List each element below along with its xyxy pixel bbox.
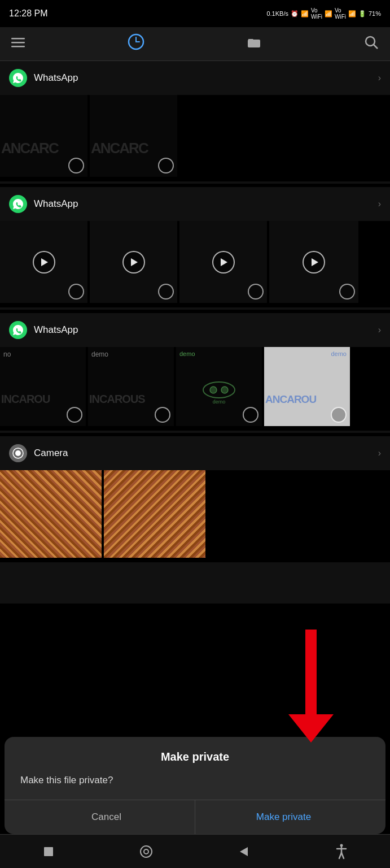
folder-icon[interactable] (247, 35, 261, 53)
thumb-check-2-2[interactable] (158, 284, 174, 300)
dialog-title: Make private (18, 750, 372, 763)
section-header-1[interactable]: WhatsApp › (0, 61, 390, 95)
thumb-check-3-3[interactable] (243, 407, 258, 423)
dialog-buttons: Cancel Make private (18, 800, 372, 834)
make-private-dialog: Make private Make this file private? Can… (5, 737, 385, 834)
whatsapp-icon-2 (9, 195, 27, 213)
section-header-left-1: WhatsApp (9, 69, 78, 87)
status-bar: 12:28 PM 0.1KB/s ⏰ 📶 VoWiFi 📶 VoWiFi 📶 🔋… (0, 0, 390, 27)
thumb-label-1-1: ANCARC (1, 140, 58, 157)
section-title-1: WhatsApp (34, 72, 78, 84)
svg-rect-16 (44, 847, 53, 856)
section-header-4[interactable]: Camera › (0, 436, 390, 470)
thumbnail-1-1[interactable]: ANCARC (0, 95, 87, 177)
svg-point-11 (221, 387, 228, 393)
media-grid-4 (0, 470, 390, 562)
svg-line-24 (341, 853, 344, 858)
thumbnail-2-2[interactable] (90, 221, 177, 303)
dialog-message: Make this file private? (18, 775, 372, 786)
thumbnail-4-1[interactable] (0, 470, 102, 558)
menu-icon[interactable] (11, 36, 25, 53)
thumbnail-4-2[interactable] (104, 470, 205, 558)
svg-point-18 (144, 849, 148, 854)
whatsapp-section-1: WhatsApp › ANCARC ANCARC (0, 61, 390, 181)
media-content: WhatsApp › ANCARC ANCARC (0, 61, 390, 604)
section-header-2[interactable]: WhatsApp › (0, 187, 390, 221)
thumb-check-3-1[interactable] (67, 407, 82, 423)
thumb-check-2-3[interactable] (248, 284, 264, 300)
alarm-icon: ⏰ (291, 10, 299, 18)
dialog-overlay: Make private Make this file private? Can… (0, 737, 390, 834)
svg-marker-14 (305, 630, 317, 714)
signal-icon: 📶 (301, 10, 309, 18)
chevron-icon-4: › (378, 448, 381, 458)
camera-section: Camera › (0, 436, 390, 562)
play-btn-2-1[interactable] (33, 251, 55, 274)
demo-label-3-2: demo (91, 350, 108, 358)
thumbnail-1-2[interactable]: ANCARC (90, 95, 177, 177)
battery-percent: 71% (369, 10, 381, 17)
thumbnail-2-3[interactable] (179, 221, 267, 303)
svg-point-13 (15, 450, 21, 456)
svg-point-9 (203, 382, 235, 398)
red-arrow-container (277, 624, 345, 750)
section-title-4: Camera (34, 448, 68, 459)
thumbnail-3-4[interactable]: demo ANCAROU (264, 347, 350, 426)
bottom-nav (0, 834, 390, 868)
status-time: 12:28 PM (9, 8, 47, 19)
chevron-icon-3: › (378, 325, 381, 335)
play-btn-2-3[interactable] (212, 251, 235, 274)
cancel-button[interactable]: Cancel (18, 800, 195, 834)
back-icon[interactable] (230, 837, 258, 866)
section-title-2: WhatsApp (34, 198, 78, 210)
signal-icon2: 📶 (325, 10, 332, 18)
media-grid-2 (0, 221, 390, 307)
play-btn-2-4[interactable] (303, 251, 325, 274)
section-header-left-4: Camera (9, 444, 68, 462)
thumbnail-3-2[interactable]: demo INCAROUS (88, 347, 174, 426)
thumbnail-2-4[interactable] (269, 221, 358, 303)
stop-icon[interactable] (34, 837, 63, 866)
svg-point-7 (366, 37, 375, 46)
whatsapp-section-2: WhatsApp › (0, 187, 390, 307)
demo-label-3-4: demo (331, 350, 347, 357)
brand-label-3-1: INCAROU (1, 393, 50, 406)
media-grid-1: ANCARC ANCARC (0, 95, 390, 181)
svg-rect-2 (11, 46, 25, 47)
play-btn-2-2[interactable] (122, 251, 145, 274)
thumbnail-2-1[interactable] (0, 221, 87, 303)
section-header-left-2: WhatsApp (9, 195, 78, 213)
vo-wifi-label: VoWiFi (311, 7, 322, 20)
svg-point-17 (141, 846, 152, 857)
site-label-3-3: demo (213, 399, 226, 405)
brand-label-3-4: ANCAROU (265, 393, 316, 406)
svg-point-10 (210, 387, 217, 393)
thumbnail-3-1[interactable]: no INCAROU (0, 347, 86, 426)
red-arrow (277, 624, 345, 748)
svg-rect-0 (11, 38, 25, 40)
accessibility-icon[interactable] (327, 837, 356, 866)
vo-wifi-label2: VoWiFi (335, 7, 346, 20)
section-header-3[interactable]: WhatsApp › (0, 313, 390, 347)
svg-rect-1 (11, 42, 25, 44)
thumb-check-3-2[interactable] (155, 407, 170, 423)
thumb-check-2-4[interactable] (339, 284, 355, 300)
thumbnail-3-3[interactable]: demo demo (176, 347, 262, 426)
clock-icon[interactable] (128, 33, 144, 54)
whatsapp-icon-1 (9, 69, 27, 87)
whatsapp-icon-3 (9, 321, 27, 339)
chevron-icon-1: › (378, 73, 381, 83)
whatsapp-section-3: WhatsApp › no INCAROU demo INCAROUS (0, 313, 390, 431)
svg-marker-19 (240, 847, 248, 856)
thumb-check-1-2[interactable] (158, 158, 174, 173)
section-title-3: WhatsApp (34, 324, 78, 336)
brand-label-3-2: INCAROUS (89, 393, 145, 406)
section-header-left-3: WhatsApp (9, 321, 78, 339)
search-icon[interactable] (364, 35, 379, 53)
home-icon[interactable] (132, 837, 160, 866)
demo-label-3-3: demo (179, 350, 195, 357)
make-private-button[interactable]: Make private (195, 800, 372, 834)
thumb-check-1-1[interactable] (68, 158, 84, 173)
thumb-check-2-1[interactable] (68, 284, 84, 300)
thumb-check-3-4[interactable] (331, 407, 347, 423)
